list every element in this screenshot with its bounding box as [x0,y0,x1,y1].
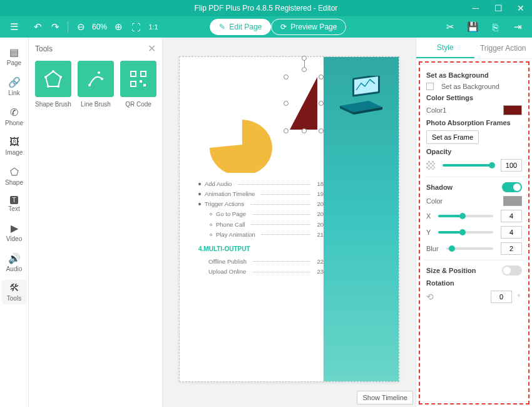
tool-shape-brush[interactable]: Shape Brush [35,61,71,108]
tab-trigger-action[interactable]: Trigger Action [474,38,533,58]
tools-panel-title: Tools [35,44,53,53]
opacity-slider[interactable] [442,164,493,167]
canvas-area[interactable]: Add Audio18Animation Timeline19Trigger A… [163,38,416,407]
svg-point-5 [44,76,47,78]
nav-tools[interactable]: 🛠Tools [2,280,27,304]
rotation-icon: ⟲ [426,292,434,302]
set-background-label: Set as Background [441,83,499,90]
shadow-x-input[interactable] [501,210,522,222]
page-icon: ▤ [9,46,19,58]
set-as-frame-button[interactable]: Set as Frame [426,130,479,144]
tool-qr-code[interactable]: QR Code [120,61,156,108]
zoom-level: 60% [92,23,107,31]
image-icon: 🖼 [9,137,19,148]
svg-point-1 [52,70,54,73]
rotation-input[interactable] [491,291,512,303]
actual-size-icon[interactable]: 1:1 [145,18,162,36]
nav-phone[interactable]: ✆Phone [2,104,27,129]
exit-icon[interactable]: ⇥ [509,18,527,36]
maximize-button[interactable]: ☐ [487,0,509,16]
undo-icon[interactable]: ↶ [29,18,46,36]
shape-icon: ⬠ [10,166,19,178]
left-nav: ▤Page 🔗Link ✆Phone 🖼Image ⬠Shape TText ▶… [0,38,29,407]
color1-swatch[interactable] [503,105,522,115]
save-icon[interactable]: 💾 [464,18,482,36]
shadow-y-slider[interactable] [438,231,493,234]
table-of-contents: Add Audio18Animation Timeline19Trigger A… [198,179,324,277]
svg-marker-0 [46,71,61,86]
curve-icon [86,70,105,88]
window-title: Flip PDF Plus Pro 4.8.5 Registered - Edi… [195,4,338,13]
video-icon: ▶ [11,222,18,234]
section-set-background: Set as Background [426,71,522,79]
tool-line-brush[interactable]: Line Brush [78,61,114,108]
nav-text[interactable]: TText [2,193,27,215]
shadow-color-swatch[interactable] [503,196,522,206]
crop-icon[interactable]: ✂ [442,18,459,36]
link-icon: 🔗 [8,76,21,88]
opacity-checker-icon [426,161,435,170]
svg-point-2 [59,76,62,78]
preview-page-label: Preview Page [290,23,337,31]
tools-panel: Tools ✕ Shape Brush Line Brush QR Code [29,38,163,407]
tab-style[interactable]: Style [416,38,474,58]
section-absorption: Photo Absorption Frames [426,119,522,126]
svg-rect-9 [131,71,136,76]
text-icon: T [10,196,18,204]
preview-page-button[interactable]: ⟳ Preview Page [271,19,346,35]
section-opacity: Opacity [426,148,522,155]
nav-video[interactable]: ▶Video [2,220,27,245]
fit-screen-icon[interactable]: ⛶ [127,18,145,36]
shadow-color-label: Color [426,197,442,205]
nav-audio[interactable]: 🔊Audio [2,250,27,275]
section-color-settings: Color Settings [426,94,522,101]
svg-point-7 [101,78,103,80]
rotation-unit: ° [516,293,522,301]
phone-icon: ✆ [10,106,18,118]
selected-triangle-shape[interactable] [285,70,324,132]
save-exit-icon[interactable]: ⎘ [487,18,504,36]
svg-point-6 [88,84,91,86]
redo-icon[interactable]: ↷ [46,18,64,36]
page-canvas[interactable]: Add Audio18Animation Timeline19Trigger A… [179,56,399,382]
shadow-y-input[interactable] [501,226,522,239]
edit-icon: ✎ [219,23,225,31]
zoom-in-icon[interactable]: ⊕ [110,18,127,36]
minimize-button[interactable]: ─ [464,0,487,16]
show-timeline-button[interactable]: Show Timeline [357,391,413,404]
laptop-illustration [334,76,390,120]
shadow-y-label: Y [426,229,431,236]
close-button[interactable]: ✕ [509,0,532,16]
svg-point-4 [47,85,49,88]
title-bar: Flip PDF Plus Pro 4.8.5 Registered - Edi… [0,0,532,16]
nav-shape[interactable]: ⬠Shape [2,163,27,188]
shadow-blur-slider[interactable] [446,247,493,250]
close-panel-icon[interactable]: ✕ [148,43,156,54]
nav-link[interactable]: 🔗Link [2,74,27,99]
section-shadow: Shadow [426,183,453,191]
tools-icon: 🛠 [9,282,19,294]
zoom-out-icon[interactable]: ⊖ [72,18,90,36]
size-position-toggle[interactable] [502,265,522,276]
section-size-position: Size & Position [426,267,476,274]
svg-point-3 [57,85,59,88]
audio-icon: 🔊 [8,252,21,264]
shadow-toggle[interactable] [502,182,522,192]
menu-icon[interactable]: ☰ [5,18,23,36]
section-rotation: Rotation [426,279,522,287]
svg-rect-11 [131,81,136,86]
edit-page-label: Edit Page [229,23,262,31]
nav-image[interactable]: 🖼Image [2,134,27,158]
edit-page-button[interactable]: ✎ Edit Page [210,19,271,35]
qr-icon [130,70,147,88]
shadow-blur-input[interactable] [501,242,522,255]
preview-icon: ⟳ [280,23,287,31]
shadow-x-slider[interactable] [438,215,493,217]
pie-shape[interactable] [205,113,274,173]
opacity-input[interactable] [501,159,522,172]
svg-rect-10 [141,71,146,76]
set-background-checkbox[interactable] [426,83,434,90]
svg-rect-12 [140,80,142,83]
nav-page[interactable]: ▤Page [2,44,27,69]
shadow-x-label: X [426,212,431,220]
